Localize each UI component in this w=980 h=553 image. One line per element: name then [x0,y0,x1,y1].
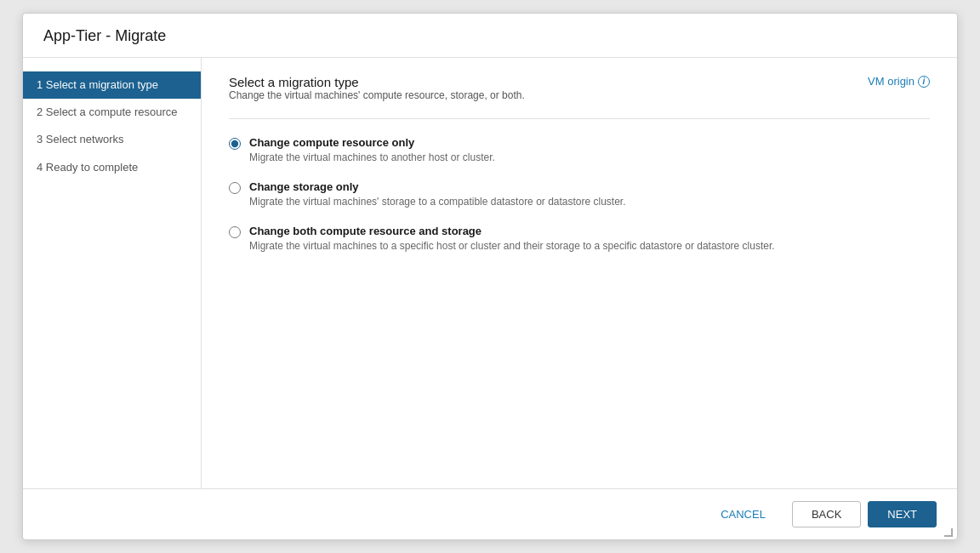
option-label-opt2: Change storage only [249,180,626,193]
content-subtitle: Change the virtual machines' compute res… [229,89,525,101]
content-header: Select a migration type Change the virtu… [229,75,930,113]
vm-origin-label: VM origin [868,75,914,88]
migrate-dialog: App-Tier - Migrate 1 Select a migration … [22,13,958,540]
option-label-opt3: Change both compute resource and storage [249,225,775,237]
back-button[interactable]: BACK [792,501,861,527]
info-icon: i [918,76,930,88]
sidebar-item-step1[interactable]: 1 Select a migration type [23,71,201,99]
sidebar-item-step4[interactable]: 4 Ready to complete [23,154,201,181]
main-content: Select a migration type Change the virtu… [202,58,957,488]
option-desc-opt1: Migrate the virtual machines to another … [249,151,495,163]
next-button[interactable]: NEXT [868,501,937,527]
radio-opt3[interactable] [229,226,241,238]
radio-opt1[interactable] [229,138,241,150]
content-title: Select a migration type [229,75,525,89]
section-divider [229,118,930,119]
dialog-title: App-Tier - Migrate [23,14,957,58]
option-desc-opt3: Migrate the virtual machines to a specif… [249,240,775,252]
radio-opt2[interactable] [229,182,241,194]
option-label-opt1: Change compute resource only [249,136,495,149]
option-opt2: Change storage onlyMigrate the virtual m… [229,180,930,208]
dialog-footer: CANCEL BACK NEXT [23,488,957,539]
dialog-body: 1 Select a migration type2 Select a comp… [23,58,957,488]
option-group: Change compute resource onlyMigrate the … [229,136,930,252]
resize-handle[interactable] [944,528,953,537]
sidebar-item-step3[interactable]: 3 Select networks [23,126,201,153]
option-desc-opt2: Migrate the virtual machines' storage to… [249,196,626,208]
sidebar-item-step2[interactable]: 2 Select a compute resource [23,99,201,126]
option-opt1: Change compute resource onlyMigrate the … [229,136,930,163]
cancel-button[interactable]: CANCEL [701,501,785,527]
vm-origin-link[interactable]: VM origin i [868,75,930,88]
sidebar: 1 Select a migration type2 Select a comp… [23,58,202,488]
option-opt3: Change both compute resource and storage… [229,225,930,252]
